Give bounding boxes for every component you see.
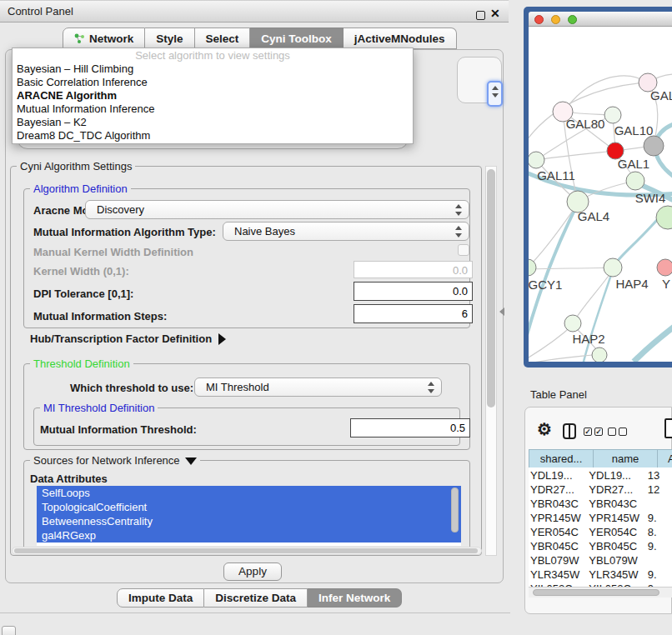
aracne-mode-combo[interactable]: Discovery (85, 200, 469, 219)
panel-resize-handle[interactable] (499, 308, 504, 316)
table-cell (648, 498, 672, 510)
float-window-icon[interactable] (476, 11, 485, 20)
close-button[interactable] (534, 15, 544, 24)
deselect-all-icon[interactable] (608, 428, 627, 436)
table-cell: 8. (648, 526, 672, 538)
tab-network[interactable]: Network (63, 28, 145, 49)
expand-right-icon (218, 333, 226, 345)
algorithm-option-bayesian-hill-climbing[interactable]: Bayesian – Hill Climbing (13, 62, 413, 76)
zoom-button[interactable] (568, 15, 577, 24)
tab-impute-data[interactable]: Impute Data (117, 588, 204, 608)
apply-button[interactable]: Apply (223, 562, 282, 581)
algorithm-option-basic-correlation-inference[interactable]: Basic Correlation Inference (13, 76, 413, 89)
table-row[interactable]: YLR345WYLR345W9. (530, 568, 672, 581)
attribute-item-gal4rgexp[interactable]: gal4RGexp (37, 528, 461, 542)
network-node[interactable] (656, 206, 672, 229)
algorithm-dropdown-placeholder: Select algorithm to view settings (13, 49, 413, 62)
attribute-list-scrollbar[interactable] (451, 488, 459, 544)
tab-jactivemnodules[interactable]: jActiveMNodules (344, 28, 457, 49)
combo-spinner-icon (454, 204, 462, 216)
table-cell: 12 (648, 483, 672, 496)
tab-style[interactable]: Style (145, 28, 194, 49)
node-label: HAP2 (572, 332, 604, 346)
network-node-swi4[interactable] (626, 172, 644, 190)
table-horizontal-scrollbar[interactable] (529, 587, 672, 598)
network-node[interactable] (592, 348, 607, 362)
settings-group-title: Cyni Algorithm Settings (17, 160, 135, 172)
close-icon[interactable]: ✕ (490, 7, 500, 20)
table-row[interactable]: YBL079WYBL079W (530, 554, 672, 567)
scrollbar-thumb[interactable] (14, 548, 478, 553)
attribute-item-betweennesscentrality[interactable]: BetweennessCentrality (37, 514, 461, 528)
table-row[interactable]: YBR045CYBR045C9. (530, 540, 672, 552)
checked-box-icon: ✓ (584, 428, 592, 436)
node-label: GAL80 (566, 117, 605, 131)
gear-icon[interactable]: ⚙ (537, 419, 552, 439)
column-header-name[interactable]: name (594, 450, 658, 468)
data-attributes-label: Data Attributes (30, 472, 108, 485)
table-cell: YPR145W (589, 512, 645, 524)
which-threshold-combo[interactable]: MI Threshold (194, 378, 442, 397)
table-cell: YDR27... (589, 483, 645, 496)
dpi-tolerance-field[interactable]: 0.0 (354, 282, 473, 301)
algorithm-option-bayesian-k2[interactable]: Bayesian – K2 (13, 116, 413, 129)
mi-algorithm-type-combo[interactable]: Naive Bayes (223, 222, 469, 241)
dpi-tolerance-label: DPI Tolerance [0,1]: (33, 288, 133, 300)
network-edge (529, 268, 613, 269)
table-row[interactable]: YPR145WYPR145W9. (530, 512, 672, 524)
table-cell: YLR345W (530, 568, 587, 581)
collapsed-panel-button[interactable] (2, 626, 16, 635)
network-edge (634, 325, 672, 362)
scrollbar-thumb[interactable] (487, 169, 495, 408)
table-row[interactable]: YER054CYER054C8. (530, 526, 672, 538)
table-row[interactable]: YDL19...YDL19...13 (530, 469, 672, 482)
minimize-button[interactable] (551, 15, 560, 24)
tab-select[interactable]: Select (195, 28, 251, 49)
network-edge (614, 214, 662, 266)
focused-combo-fragment[interactable] (487, 81, 503, 107)
attribute-item-topologicalcoefficient[interactable]: TopologicalCoefficient (37, 500, 461, 514)
network-node[interactable] (644, 136, 664, 156)
table-cell: 9. (648, 568, 672, 581)
tab-label: jActiveMNodules (354, 32, 445, 45)
algorithm-option-mutual-information-inference[interactable]: Mutual Information Inference (13, 102, 413, 116)
manual-kernel-width-checkbox[interactable] (458, 244, 469, 256)
algorithm-option-aracne-algorithm[interactable]: ARACNE Algorithm (13, 89, 413, 102)
network-node-gal10[interactable] (604, 107, 621, 123)
table-cell: YBR045C (589, 540, 645, 552)
settings-horizontal-scrollbar[interactable] (12, 547, 482, 555)
column-header-shared-[interactable]: shared... (529, 450, 594, 468)
collapse-down-icon (185, 458, 197, 465)
mi-steps-field[interactable]: 6 (354, 304, 473, 323)
network-node-hap2[interactable] (564, 315, 581, 332)
mi-threshold-field[interactable]: 0.5 (350, 418, 470, 438)
sources-group-title[interactable]: Sources for Network Inference (30, 454, 200, 467)
network-canvas[interactable]: GALGAL80GAL10GAL1GAL11SWI4GAL4GCY1HAP4YH… (529, 27, 672, 362)
tab-cyni-toolbox[interactable]: Cyni Toolbox (250, 28, 344, 49)
scrollbar-thumb[interactable] (451, 488, 459, 532)
mi-threshold-group-title: MI Threshold Definition (40, 402, 158, 414)
network-node-hap4[interactable] (604, 258, 622, 277)
scrollbar-thumb[interactable] (533, 589, 659, 596)
algorithm-definition-title: Algorithm Definition (30, 182, 131, 195)
column-header-a[interactable]: A (658, 450, 672, 468)
network-node-gal11[interactable] (529, 152, 544, 168)
tab-label: Select (206, 32, 239, 45)
settings-vertical-scrollbar[interactable] (485, 166, 497, 556)
algorithm-option-dream8-dc-tdc-algorithm[interactable]: Dream8 DC_TDC Algorithm (13, 129, 413, 142)
select-all-icon[interactable]: ✓✓ (584, 428, 603, 436)
tab-discretize-data[interactable]: Discretize Data (204, 588, 308, 608)
network-node-gcy1[interactable] (529, 259, 536, 276)
tab-infer-network[interactable]: Infer Network (308, 588, 402, 608)
network-graph: GALGAL80GAL10GAL1GAL11SWI4GAL4GCY1HAP4YH… (529, 27, 672, 362)
table-row[interactable]: YDR27...YDR27...12 (530, 483, 672, 496)
kernel-width-field[interactable]: 0.0 (354, 261, 473, 278)
table-row[interactable]: YBR043CYBR043C (530, 498, 672, 510)
hub-section-toggle[interactable]: Hub/Transcription Factor Definition (30, 332, 226, 345)
attribute-item-selfloops[interactable]: SelfLoops (37, 486, 461, 500)
network-node-y[interactable] (657, 259, 672, 276)
split-columns-icon[interactable] (563, 423, 576, 439)
node-label: GAL11 (537, 168, 575, 182)
control-panel-tabs: NetworkStyleSelectCyni ToolboxjActiveMNo… (63, 28, 457, 49)
document-icon[interactable] (664, 418, 672, 438)
